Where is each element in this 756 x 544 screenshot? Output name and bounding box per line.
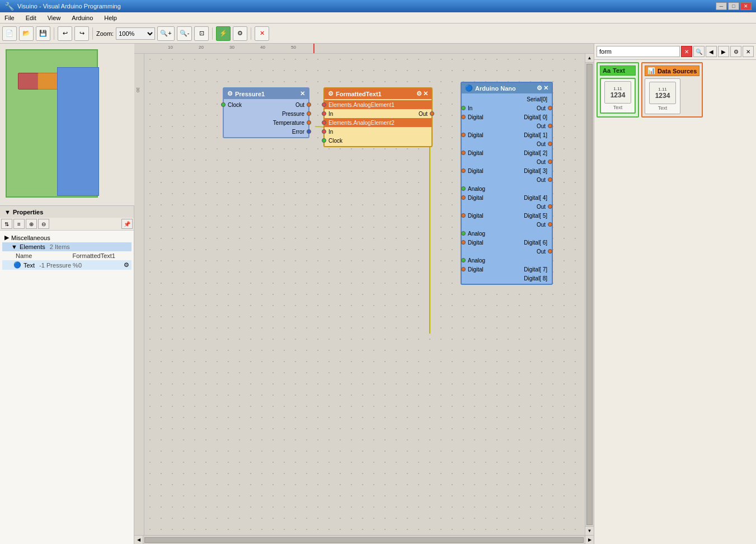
zoom-out-button[interactable]: 🔍- [177,26,192,41]
toolbar-separator-2 [92,27,93,40]
node-arduino[interactable]: 🔵 Arduino Nano ⚙ ✕ Serial[0] [461,82,553,285]
scroll-up-button[interactable]: ▲ [585,54,594,63]
formatted-in2-port[interactable] [322,129,326,134]
save-button[interactable]: 💾 [36,26,50,41]
search-input[interactable] [597,46,680,57]
panel-text: Aa Text 1.11 1234 Text [597,62,639,118]
menu-help[interactable]: Help [102,13,119,22]
delete-button[interactable]: ✕ [255,26,269,41]
maximize-button[interactable]: □ [728,2,739,10]
arduino-node-close[interactable]: ✕ [543,85,548,92]
arduino-out-port[interactable] [548,106,552,110]
arduino-out1-port[interactable] [548,142,552,146]
formatted-node-close[interactable]: ✕ [423,90,428,97]
arduino-digital1-label: Digital[ 1] [522,132,550,138]
menu-arduino[interactable]: Arduino [69,13,95,22]
ruler-label-10: 10 [168,45,173,50]
props-sort-button[interactable]: ⇅ [1,219,12,229]
arduino-digital-6-port2[interactable] [461,240,466,245]
component-add-button[interactable]: ⚡ [216,26,231,41]
scroll-right-button[interactable]: ▶ [585,536,594,545]
properties-header[interactable]: ▼ Properties [0,207,134,218]
pressure-temp-port[interactable] [307,120,311,125]
formatted-clock-port[interactable] [322,138,326,143]
arduino-analog-4-port[interactable] [461,186,466,191]
arduino-out2-port[interactable] [548,160,552,164]
app-icon: 🔧 [4,2,14,11]
close-button[interactable]: ✕ [740,2,752,10]
scroll-thumb-v[interactable] [586,64,593,525]
formatted-in1-port[interactable] [322,111,326,116]
menu-file[interactable]: File [2,13,17,22]
scroll-thumb-h[interactable] [144,537,584,543]
arduino-digital-0-port-left[interactable] [461,115,466,119]
vertical-scrollbar[interactable]: ▲ ▼ [585,54,594,535]
node-formatted-text[interactable]: ⚙ FormattedText1 ⚙ ✕ Elements.AnalogElem… [323,87,433,147]
tree-item-miscellaneous[interactable]: ▶ Miscellaneous [2,233,132,242]
arduino-digital-2-port[interactable] [461,151,466,155]
arduino-digital-6-out: Out [462,247,552,256]
node-pressure[interactable]: ⚙ Pressure1 ✕ Clock Out Pres [223,87,309,138]
component-settings-button[interactable]: ⚙ [233,26,247,41]
arduino-node-settings[interactable]: ⚙ [537,85,542,92]
ruler-marker [313,44,314,54]
arduino-out3-port[interactable] [548,177,552,182]
pressure-out-port[interactable] [307,102,311,107]
arduino-digital-3-port[interactable] [461,168,466,173]
redo-button[interactable]: ↪ [74,26,89,41]
scroll-left-button[interactable]: ◀ [134,536,143,545]
props-category-button[interactable]: ≡ [13,219,25,229]
menu-view[interactable]: View [45,13,63,22]
arduino-analog-6-port[interactable] [461,231,466,236]
search-button[interactable]: 🔍 [693,46,705,57]
new-button[interactable]: 📄 [2,26,17,41]
arduino-out6-port[interactable] [548,249,552,254]
canvas[interactable]: ⚙ Pressure1 ✕ Clock Out Pres [144,54,585,535]
arduino-digital-1-port[interactable] [461,133,466,137]
tree-item-elements[interactable]: ▼ Elements 2 Items [2,242,132,251]
arduino-out4-port[interactable] [548,204,552,209]
search-prev-button[interactable]: ◀ [706,46,717,57]
pressure-error-port[interactable] [307,129,311,134]
open-button[interactable]: 📂 [19,26,34,41]
pressure-clock-port[interactable] [221,102,226,107]
menu-edit[interactable]: Edit [24,13,39,22]
main-layout: ▼ Properties ⇅ ≡ ⊕ ⊖ 📌 ▶ Miscellaneous ▼… [0,44,756,544]
minimize-button[interactable]: ─ [716,2,727,10]
scroll-down-button[interactable]: ▼ [585,526,594,535]
arduino-analog-7-port[interactable] [461,258,466,262]
props-collapse-button[interactable]: ⊖ [38,219,49,229]
arduino-digital-5-port[interactable] [461,213,466,218]
horizontal-scrollbar[interactable]: ◀ ▶ [134,535,594,544]
data-sources-text-icon[interactable]: 1.11 1234 Text [645,78,680,114]
formatted-node-title: FormattedText1 [336,91,382,97]
arduino-analog-4a: Analog [462,184,552,193]
arduino-digital-1a: Digital Digital[ 1] [462,130,552,139]
arduino-digital-7-port2[interactable] [461,267,466,271]
toolbar-separator-3 [212,27,213,40]
arduino-digital-8-label-row: Digital[ 8] [462,274,552,283]
props-expand-button[interactable]: ⊕ [26,219,37,229]
zoom-select[interactable]: 100% 75% 150% 200% [116,27,155,40]
tree-item-text[interactable]: 🔵 Text -1 Pressure %0 ⚙ [2,260,132,270]
formatted-out-port[interactable] [430,111,434,116]
filter-button[interactable]: ⚙ [730,46,741,57]
zoom-in-button[interactable]: 🔍+ [157,26,174,41]
text-component-icon[interactable]: 1.11 1234 Text [600,78,636,114]
formatted-node-settings[interactable]: ⚙ [416,90,422,97]
pressure-pressure-port[interactable] [307,111,311,116]
arduino-digital-4-port2[interactable] [461,195,466,200]
clear-search-button[interactable]: ✕ [681,46,692,57]
arduino-out0-port[interactable] [548,124,552,128]
formatted-element2-port[interactable] [322,120,326,125]
arduino-in-port[interactable] [461,106,466,110]
props-pin-button[interactable]: 📌 [121,219,133,229]
search-next-button[interactable]: ▶ [718,46,729,57]
undo-button[interactable]: ↩ [58,26,72,41]
zoom-fit-button[interactable]: ⊡ [194,26,209,41]
tree-item-elements-label: Elements [20,243,45,250]
pressure-temp-label: Temperature [271,120,307,126]
formatted-element1-port[interactable] [322,102,326,107]
close-search-button[interactable]: ✕ [743,46,754,57]
arduino-out5-port[interactable] [548,222,552,227]
